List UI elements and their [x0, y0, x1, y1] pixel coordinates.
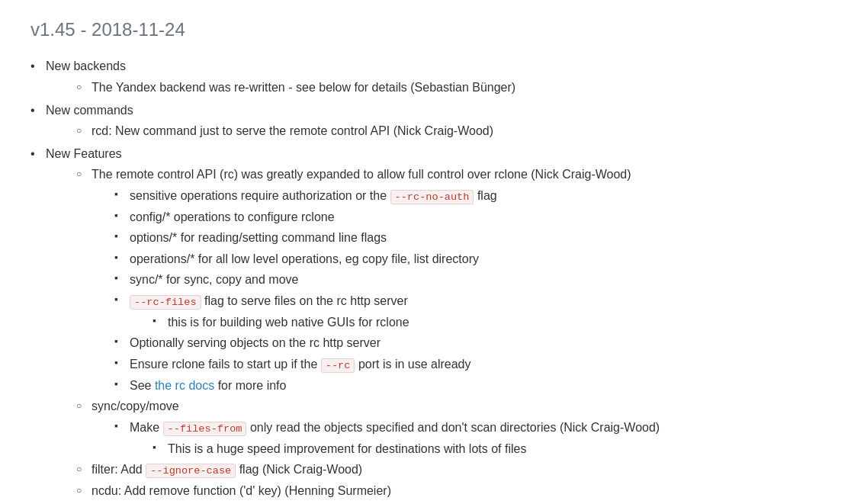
operations-ops-text: operations/* for all low level operation… — [130, 252, 479, 265]
list-item: this is for building web native GUIs for… — [153, 313, 836, 332]
backends-sub-list: The Yandex backend was re-written - see … — [46, 78, 836, 98]
rc-auth-text-before: sensitive operations require authorizati… — [130, 189, 390, 202]
list-item: config/* operations to configure rclone — [114, 207, 836, 227]
optional-serving-text: Optionally serving objects on the rc htt… — [130, 336, 381, 349]
ensure-text-after: port is in use already — [355, 358, 470, 371]
commands-sub-list: rcd: New command just to serve the remot… — [46, 121, 836, 141]
see-text-after: for more info — [214, 379, 286, 392]
list-item: Ensure rclone fails to start up if the -… — [114, 355, 836, 374]
list-item: See the rc docs for more info — [114, 376, 836, 396]
rc-no-auth-code: --rc-no-auth — [390, 190, 474, 204]
see-text-before: See — [130, 379, 155, 392]
ignore-case-code: --ignore-case — [146, 464, 236, 478]
filter-text-before: filter: Add — [92, 463, 146, 476]
filter-text-after: flag (Nick Craig-Wood) — [236, 463, 362, 476]
list-item-filter: filter: Add --ignore-case flag (Nick Cra… — [76, 460, 836, 480]
list-item: This is a huge speed improvement for des… — [153, 439, 836, 459]
rc-files-text: flag to serve files on the rc http serve… — [201, 294, 408, 307]
list-item: rcd: New command just to serve the remot… — [76, 121, 836, 141]
rc-api-text: The remote control API (rc) was greatly … — [92, 168, 631, 181]
list-item: operations/* for all low level operation… — [114, 249, 836, 269]
list-item-backends: New backends The Yandex backend was re-w… — [31, 56, 836, 97]
sync-label: sync/copy/move — [92, 400, 179, 413]
list-item-commands: New commands rcd: New command just to se… — [31, 101, 836, 141]
rc-api-sub-list: sensitive operations require authorizati… — [92, 186, 836, 395]
make-text-before: Make — [130, 421, 163, 434]
list-item: options/* for reading/setting command li… — [114, 228, 836, 248]
features-label: New Features — [46, 147, 122, 160]
ensure-text-before: Ensure rclone fails to start up if the — [130, 358, 321, 371]
ncdu-text: ncdu: Add remove function ('d' key) (Hen… — [92, 484, 391, 497]
rc-code: --rc — [321, 358, 355, 373]
list-item-ncdu: ncdu: Add remove function ('d' key) (Hen… — [76, 481, 836, 501]
files-from-code: --files-from — [163, 422, 247, 436]
list-item: The remote control API (rc) was greatly … — [76, 165, 836, 395]
backends-label: New backends — [46, 59, 126, 72]
top-level-list: New backends The Yandex backend was re-w… — [31, 56, 836, 504]
list-item: The Yandex backend was re-written - see … — [76, 78, 836, 98]
list-item: --rc-files flag to serve files on the rc… — [114, 291, 836, 332]
backends-item-1: The Yandex backend was re-written - see … — [92, 81, 515, 94]
speed-improvement-text: This is a huge speed improvement for des… — [168, 442, 526, 455]
sync-ops-text: sync/* for sync, copy and move — [130, 273, 298, 286]
rc-files-sub-list: this is for building web native GUIs for… — [130, 313, 836, 332]
commands-item-1: rcd: New command just to serve the remot… — [92, 124, 493, 137]
list-item: Make --files-from only read the objects … — [114, 418, 836, 458]
rc-files-code: --rc-files — [130, 295, 201, 310]
config-ops-text: config/* operations to configure rclone — [130, 210, 335, 223]
options-ops-text: options/* for reading/setting command li… — [130, 231, 387, 244]
list-item-features: New Features The remote control API (rc)… — [31, 144, 836, 504]
rc-docs-link[interactable]: the rc docs — [155, 379, 214, 392]
list-item: sensitive operations require authorizati… — [114, 186, 836, 206]
commands-label: New commands — [46, 104, 133, 117]
sync-sub-list: Make --files-from only read the objects … — [92, 418, 836, 458]
list-item: sync/* for sync, copy and move — [114, 270, 836, 290]
list-item: Optionally serving objects on the rc htt… — [114, 333, 836, 353]
version-title: v1.45 - 2018-11-24 — [31, 15, 836, 44]
make-text-after: only read the objects specified and don'… — [246, 421, 660, 434]
rc-auth-text-after: flag — [474, 189, 496, 202]
gui-text: this is for building web native GUIs for… — [168, 316, 409, 329]
features-sub-list: The remote control API (rc) was greatly … — [46, 165, 836, 504]
list-item-sync: sync/copy/move Make --files-from only re… — [76, 396, 836, 458]
files-from-sub-list: This is a huge speed improvement for des… — [130, 439, 836, 459]
